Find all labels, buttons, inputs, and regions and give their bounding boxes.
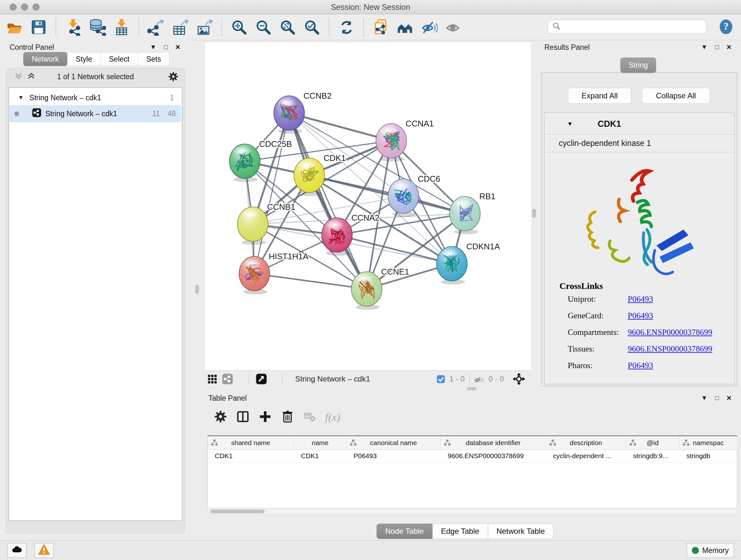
delete-column-icon[interactable] [281, 410, 294, 424]
network-node-CDC25B[interactable]: CDC25B [229, 139, 292, 182]
network-edge-count: 48 [167, 110, 176, 118]
left-splitter-handle[interactable] [195, 285, 199, 294]
hide-selected-button[interactable] [419, 17, 439, 37]
control-panel-collapse-icon[interactable]: ▼ [150, 44, 156, 50]
first-neighbors-button[interactable] [395, 17, 415, 37]
warnings-button[interactable] [35, 543, 54, 558]
tab-edge-table[interactable]: Edge Table [432, 523, 488, 539]
network-edge-CCNB2-CCNE1[interactable] [289, 113, 367, 289]
network-node-CCNE1[interactable]: CCNE1 [351, 267, 409, 310]
show-columns-icon[interactable] [237, 410, 249, 424]
column-header-database-identifier[interactable]: database identifier [441, 436, 546, 449]
control-panel-float-icon[interactable]: □ [164, 44, 168, 50]
crosslink-link[interactable]: P06493 [628, 311, 653, 320]
column-header--id[interactable]: @id [626, 436, 679, 449]
table-row[interactable]: CDK1CDK1P064939606.ENSP00000378699cyclin… [208, 449, 738, 462]
protein-details-card: ▼ CDK1 cyclin-dependent kinase 1 CrossLi… [544, 113, 734, 384]
results-panel-float-icon[interactable]: □ [715, 44, 719, 50]
table-cell[interactable]: CDK1 [294, 449, 347, 462]
crosslink-label: Tissues: [568, 344, 628, 354]
table-cell[interactable]: stringdb [679, 449, 738, 462]
crosslink-link[interactable]: P06493 [628, 294, 653, 304]
collection-expand-icon[interactable]: ▼ [18, 95, 23, 101]
crosslink-row: Compartments:9606.ENSP00000378699 [568, 327, 734, 337]
show-all-button[interactable] [444, 17, 463, 37]
memory-button[interactable]: Memory [687, 543, 734, 558]
crosslink-link[interactable]: 9606.ENSP00000378699 [628, 327, 712, 337]
tab-style[interactable]: Style [67, 52, 100, 66]
crosslink-link[interactable]: P06493 [628, 361, 653, 370]
tab-network-table[interactable]: Network Table [488, 523, 554, 539]
protein-section-header[interactable]: ▼ CDK1 [545, 114, 734, 134]
birdseye-navigator-icon[interactable] [512, 372, 526, 387]
crosslink-row: Uniprot:P06493 [568, 294, 734, 304]
export-image-button[interactable] [195, 17, 214, 37]
save-session-button[interactable] [29, 17, 49, 37]
table-panel-close-icon[interactable]: × [727, 395, 731, 401]
network-collection-row[interactable]: ▼ String Network – cdk1 1 [9, 90, 181, 105]
right-splitter-handle[interactable] [532, 209, 536, 218]
node-label-CCNB2: CCNB2 [304, 91, 332, 101]
tab-node-table[interactable]: Node Table [377, 523, 432, 539]
apply-layout-button[interactable] [336, 17, 356, 37]
search-input[interactable] [564, 22, 702, 31]
tab-string[interactable]: String [620, 57, 656, 73]
tab-select[interactable]: Select [100, 52, 138, 66]
protein-expand-icon[interactable]: ▼ [567, 121, 573, 127]
network-options-gear-icon[interactable] [168, 71, 179, 83]
table-horizontal-scrollbar[interactable] [207, 508, 737, 515]
table-panel-float-icon[interactable]: □ [715, 395, 719, 401]
zoom-selected-button[interactable] [302, 17, 322, 37]
column-header-description[interactable]: description [546, 436, 626, 449]
collapse-all-button[interactable]: Collapse All [642, 88, 710, 104]
network-edge-CCNB2-HIST1H1A[interactable] [254, 113, 289, 273]
zoom-in-button[interactable] [229, 17, 249, 37]
column-header-namespac[interactable]: namespac [679, 436, 738, 449]
control-panel-close-icon[interactable]: × [176, 44, 180, 50]
open-in-window-icon[interactable] [256, 373, 267, 386]
scrollbar-thumb[interactable] [210, 509, 265, 513]
tab-sets[interactable]: Sets [138, 52, 170, 66]
network-view-canvas[interactable]: CCNB2 CCNA1 CDC25B CDK1 CDC6 RB1 CCNB1 [204, 42, 531, 371]
cloud-status-button[interactable] [7, 543, 26, 558]
table-cell[interactable]: CDK1 [208, 449, 294, 462]
zoom-out-button[interactable] [253, 17, 273, 37]
import-table-button[interactable] [112, 17, 131, 37]
search-box[interactable] [548, 20, 706, 34]
table-cell[interactable]: cyclin-dependent ... [546, 449, 626, 462]
network-node-HIST1H1A[interactable]: HIST1H1A [239, 252, 309, 294]
open-session-button[interactable] [4, 17, 24, 37]
new-network-from-selection-button[interactable] [371, 17, 391, 37]
tab-network[interactable]: Network [23, 52, 67, 66]
export-table-button[interactable] [171, 17, 190, 37]
network-node-CCNB1[interactable]: CCNB1 [238, 202, 295, 245]
zoom-fit-button[interactable] [278, 17, 297, 37]
network-row-selected[interactable]: String Network – cdk1 11 48 [9, 105, 181, 122]
table-panel-collapse-icon[interactable]: ▼ [701, 395, 708, 401]
table-options-gear-icon[interactable] [214, 410, 227, 424]
network-edge-CDK1-RB1[interactable] [309, 175, 465, 213]
import-network-database-button[interactable] [87, 17, 107, 37]
grid-view-icon[interactable] [207, 374, 217, 385]
table-cell[interactable]: stringdb:9... [626, 449, 679, 462]
selected-checkbox-icon[interactable] [436, 375, 445, 385]
column-header-name[interactable]: name [294, 436, 347, 449]
add-column-icon[interactable] [259, 410, 272, 424]
table-cell[interactable]: P06493 [347, 449, 441, 462]
crosslink-link[interactable]: 9606.ENSP00000378699 [628, 344, 712, 354]
expand-all-button[interactable]: Expand All [568, 88, 631, 104]
column-header-shared-name[interactable]: shared name [208, 436, 294, 449]
network-edge-HIST1H1A-CCNE1[interactable] [254, 273, 367, 289]
network-node-RB1[interactable]: RB1 [450, 192, 495, 234]
network-node-CDKN1A[interactable]: CDKN1A [436, 242, 500, 285]
warning-icon [38, 544, 50, 557]
table-cell[interactable]: 9606.ENSP00000378699 [441, 449, 546, 462]
node-label-CDK1: CDK1 [324, 153, 346, 163]
import-network-file-button[interactable] [63, 17, 83, 37]
results-panel-collapse-icon[interactable]: ▼ [701, 44, 708, 50]
network-node-CCNB2[interactable]: CCNB2 [274, 91, 332, 134]
results-panel-close-icon[interactable]: × [727, 44, 731, 50]
column-header-canonical-name[interactable]: canonical name [347, 436, 441, 449]
help-button[interactable]: ? [718, 19, 734, 36]
export-network-button[interactable] [146, 17, 166, 37]
